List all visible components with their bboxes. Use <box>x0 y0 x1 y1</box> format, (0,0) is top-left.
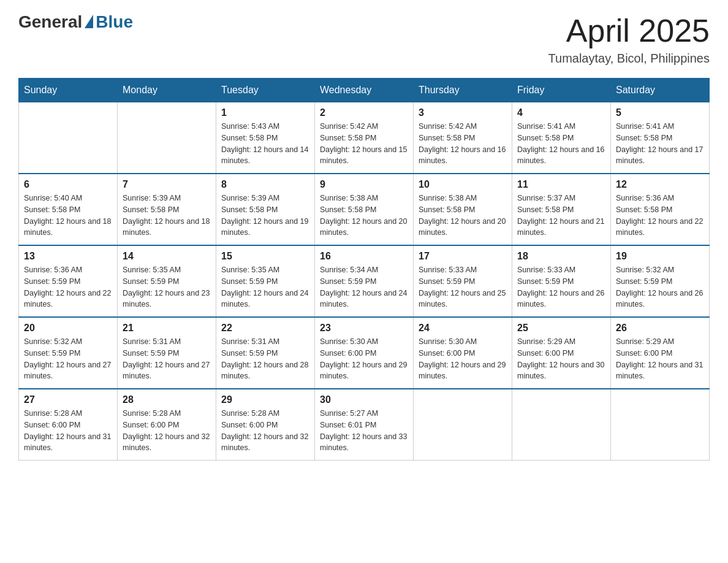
calendar-week-row: 20Sunrise: 5:32 AMSunset: 5:59 PMDayligh… <box>19 317 710 389</box>
calendar-cell: 15Sunrise: 5:35 AMSunset: 5:59 PMDayligh… <box>216 245 315 317</box>
day-info: Sunrise: 5:28 AMSunset: 6:00 PMDaylight:… <box>24 408 112 454</box>
calendar-cell: 20Sunrise: 5:32 AMSunset: 5:59 PMDayligh… <box>19 317 118 389</box>
day-number: 8 <box>221 179 309 190</box>
day-number: 28 <box>123 394 211 405</box>
day-info: Sunrise: 5:33 AMSunset: 5:59 PMDaylight:… <box>517 264 605 310</box>
calendar-cell: 3Sunrise: 5:42 AMSunset: 5:58 PMDaylight… <box>414 102 512 174</box>
day-info: Sunrise: 5:33 AMSunset: 5:59 PMDaylight:… <box>419 264 507 310</box>
day-info: Sunrise: 5:37 AMSunset: 5:58 PMDaylight:… <box>517 193 605 239</box>
day-info: Sunrise: 5:30 AMSunset: 6:00 PMDaylight:… <box>320 336 408 382</box>
calendar-cell: 16Sunrise: 5:34 AMSunset: 5:59 PMDayligh… <box>315 245 414 317</box>
calendar-cell: 6Sunrise: 5:40 AMSunset: 5:58 PMDaylight… <box>19 174 118 245</box>
calendar-cell <box>118 102 216 174</box>
day-number: 4 <box>517 107 605 118</box>
day-info: Sunrise: 5:39 AMSunset: 5:58 PMDaylight:… <box>221 193 309 239</box>
calendar-cell: 29Sunrise: 5:28 AMSunset: 6:00 PMDayligh… <box>216 389 315 461</box>
day-number: 3 <box>419 107 507 118</box>
calendar-cell: 23Sunrise: 5:30 AMSunset: 6:00 PMDayligh… <box>315 317 414 389</box>
logo: General Blue <box>18 12 133 32</box>
calendar-week-row: 6Sunrise: 5:40 AMSunset: 5:58 PMDaylight… <box>19 174 710 245</box>
day-info: Sunrise: 5:29 AMSunset: 6:00 PMDaylight:… <box>616 336 704 382</box>
calendar-week-row: 27Sunrise: 5:28 AMSunset: 6:00 PMDayligh… <box>19 389 710 461</box>
day-number: 12 <box>616 179 704 190</box>
calendar-cell: 24Sunrise: 5:30 AMSunset: 6:00 PMDayligh… <box>414 317 512 389</box>
day-info: Sunrise: 5:35 AMSunset: 5:59 PMDaylight:… <box>221 264 309 310</box>
calendar-cell: 14Sunrise: 5:35 AMSunset: 5:59 PMDayligh… <box>118 245 216 317</box>
calendar-cell: 13Sunrise: 5:36 AMSunset: 5:59 PMDayligh… <box>19 245 118 317</box>
calendar-cell: 17Sunrise: 5:33 AMSunset: 5:59 PMDayligh… <box>414 245 512 317</box>
day-info: Sunrise: 5:30 AMSunset: 6:00 PMDaylight:… <box>419 336 507 382</box>
day-info: Sunrise: 5:39 AMSunset: 5:58 PMDaylight:… <box>123 193 211 239</box>
calendar-cell: 9Sunrise: 5:38 AMSunset: 5:58 PMDaylight… <box>315 174 414 245</box>
day-number: 13 <box>24 251 112 262</box>
calendar-cell: 8Sunrise: 5:39 AMSunset: 5:58 PMDaylight… <box>216 174 315 245</box>
calendar-cell: 30Sunrise: 5:27 AMSunset: 6:01 PMDayligh… <box>315 389 414 461</box>
day-info: Sunrise: 5:35 AMSunset: 5:59 PMDaylight:… <box>123 264 211 310</box>
calendar-cell: 19Sunrise: 5:32 AMSunset: 5:59 PMDayligh… <box>611 245 710 317</box>
calendar-header-monday: Monday <box>118 79 216 102</box>
calendar-cell: 26Sunrise: 5:29 AMSunset: 6:00 PMDayligh… <box>611 317 710 389</box>
day-info: Sunrise: 5:42 AMSunset: 5:58 PMDaylight:… <box>419 121 507 167</box>
day-info: Sunrise: 5:31 AMSunset: 5:59 PMDaylight:… <box>221 336 309 382</box>
day-number: 18 <box>517 251 605 262</box>
calendar-cell: 1Sunrise: 5:43 AMSunset: 5:58 PMDaylight… <box>216 102 315 174</box>
calendar-cell <box>414 389 512 461</box>
day-number: 5 <box>616 107 704 118</box>
day-info: Sunrise: 5:43 AMSunset: 5:58 PMDaylight:… <box>221 121 309 167</box>
day-number: 2 <box>320 107 408 118</box>
day-number: 1 <box>221 107 309 118</box>
day-info: Sunrise: 5:40 AMSunset: 5:58 PMDaylight:… <box>24 193 112 239</box>
day-number: 23 <box>320 323 408 334</box>
day-info: Sunrise: 5:32 AMSunset: 5:59 PMDaylight:… <box>616 264 704 310</box>
logo-general-text: General <box>18 12 82 32</box>
calendar-header-thursday: Thursday <box>414 79 512 102</box>
day-info: Sunrise: 5:29 AMSunset: 6:00 PMDaylight:… <box>517 336 605 382</box>
calendar-header-saturday: Saturday <box>611 79 710 102</box>
calendar-header-row: SundayMondayTuesdayWednesdayThursdayFrid… <box>19 79 710 102</box>
day-number: 26 <box>616 323 704 334</box>
calendar-cell: 5Sunrise: 5:41 AMSunset: 5:58 PMDaylight… <box>611 102 710 174</box>
day-info: Sunrise: 5:27 AMSunset: 6:01 PMDaylight:… <box>320 408 408 454</box>
day-info: Sunrise: 5:36 AMSunset: 5:59 PMDaylight:… <box>24 264 112 310</box>
calendar-cell: 25Sunrise: 5:29 AMSunset: 6:00 PMDayligh… <box>512 317 611 389</box>
day-info: Sunrise: 5:31 AMSunset: 5:59 PMDaylight:… <box>123 336 211 382</box>
calendar-cell: 27Sunrise: 5:28 AMSunset: 6:00 PMDayligh… <box>19 389 118 461</box>
calendar-cell: 21Sunrise: 5:31 AMSunset: 5:59 PMDayligh… <box>118 317 216 389</box>
calendar-cell: 2Sunrise: 5:42 AMSunset: 5:58 PMDaylight… <box>315 102 414 174</box>
day-info: Sunrise: 5:42 AMSunset: 5:58 PMDaylight:… <box>320 121 408 167</box>
day-number: 9 <box>320 179 408 190</box>
logo-triangle-icon <box>85 15 93 28</box>
day-number: 10 <box>419 179 507 190</box>
calendar-cell <box>611 389 710 461</box>
calendar-week-row: 1Sunrise: 5:43 AMSunset: 5:58 PMDaylight… <box>19 102 710 174</box>
calendar-cell: 18Sunrise: 5:33 AMSunset: 5:59 PMDayligh… <box>512 245 611 317</box>
calendar-cell: 7Sunrise: 5:39 AMSunset: 5:58 PMDaylight… <box>118 174 216 245</box>
day-number: 27 <box>24 394 112 405</box>
day-number: 14 <box>123 251 211 262</box>
day-number: 24 <box>419 323 507 334</box>
day-number: 30 <box>320 394 408 405</box>
calendar-cell: 28Sunrise: 5:28 AMSunset: 6:00 PMDayligh… <box>118 389 216 461</box>
day-info: Sunrise: 5:41 AMSunset: 5:58 PMDaylight:… <box>616 121 704 167</box>
day-number: 6 <box>24 179 112 190</box>
day-info: Sunrise: 5:34 AMSunset: 5:59 PMDaylight:… <box>320 264 408 310</box>
calendar-cell: 10Sunrise: 5:38 AMSunset: 5:58 PMDayligh… <box>414 174 512 245</box>
calendar-cell: 12Sunrise: 5:36 AMSunset: 5:58 PMDayligh… <box>611 174 710 245</box>
day-info: Sunrise: 5:28 AMSunset: 6:00 PMDaylight:… <box>221 408 309 454</box>
calendar-header-friday: Friday <box>512 79 611 102</box>
day-number: 16 <box>320 251 408 262</box>
day-number: 11 <box>517 179 605 190</box>
calendar-table: SundayMondayTuesdayWednesdayThursdayFrid… <box>18 78 710 461</box>
day-info: Sunrise: 5:38 AMSunset: 5:58 PMDaylight:… <box>419 193 507 239</box>
location-text: Tumalaytay, Bicol, Philippines <box>548 52 710 66</box>
logo-blue-text: Blue <box>96 12 133 32</box>
calendar-cell: 11Sunrise: 5:37 AMSunset: 5:58 PMDayligh… <box>512 174 611 245</box>
day-number: 19 <box>616 251 704 262</box>
day-number: 7 <box>123 179 211 190</box>
calendar-cell: 4Sunrise: 5:41 AMSunset: 5:58 PMDaylight… <box>512 102 611 174</box>
calendar-cell: 22Sunrise: 5:31 AMSunset: 5:59 PMDayligh… <box>216 317 315 389</box>
day-number: 21 <box>123 323 211 334</box>
day-number: 20 <box>24 323 112 334</box>
month-title: April 2025 <box>548 12 710 49</box>
day-number: 17 <box>419 251 507 262</box>
